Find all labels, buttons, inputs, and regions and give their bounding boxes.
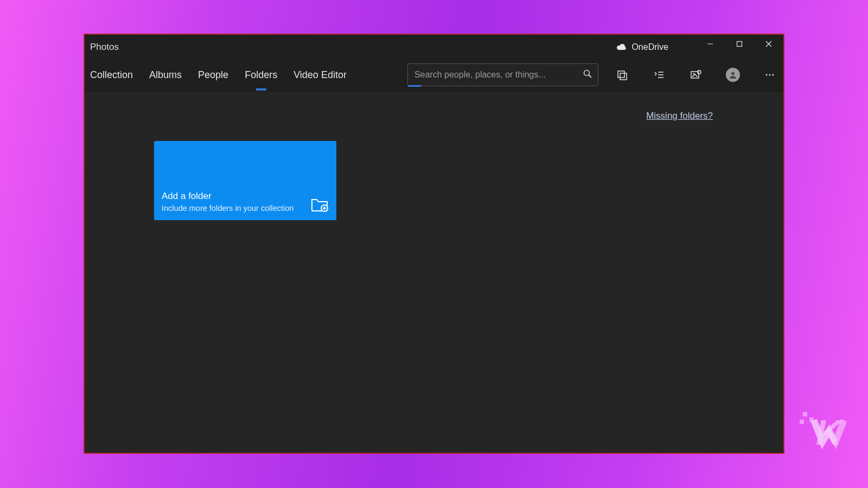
user-avatar-icon: [726, 68, 740, 82]
onedrive-label: OneDrive: [631, 42, 668, 52]
svg-point-13: [766, 74, 768, 76]
desktop-background: Photos OneDrive: [0, 0, 868, 488]
close-button[interactable]: [754, 35, 783, 53]
svg-rect-5: [620, 73, 627, 80]
svg-rect-20: [809, 418, 814, 422]
svg-rect-1: [737, 42, 742, 47]
edit-create-icon[interactable]: [688, 67, 704, 83]
svg-point-14: [769, 74, 771, 76]
add-folder-subtitle: Include more folders in your collection: [162, 204, 293, 213]
content-area: Missing folders? Add a folder Include mo…: [85, 91, 783, 453]
missing-folders-link[interactable]: Missing folders?: [646, 111, 713, 121]
window-controls: [695, 35, 783, 59]
select-icon[interactable]: [651, 67, 667, 83]
add-folder-title: Add a folder: [162, 191, 293, 202]
svg-rect-0: [707, 44, 713, 44]
tabs: Collection Albums People Folders Video E…: [85, 59, 348, 91]
search-icon: [583, 69, 592, 81]
svg-line-3: [589, 75, 591, 78]
more-icon[interactable]: [762, 67, 778, 83]
import-icon[interactable]: [614, 67, 630, 83]
svg-rect-19: [803, 412, 807, 416]
watermark-logo: K: [797, 407, 846, 455]
svg-point-2: [584, 70, 589, 76]
account-button[interactable]: [725, 67, 741, 83]
nav-right: [614, 67, 780, 83]
tab-folders[interactable]: Folders: [244, 59, 278, 91]
svg-rect-21: [800, 420, 804, 424]
tab-video-editor[interactable]: Video Editor: [292, 59, 348, 91]
titlebar-right: OneDrive: [616, 35, 783, 59]
svg-text:K: K: [816, 413, 844, 452]
add-folder-card[interactable]: Add a folder Include more folders in you…: [154, 141, 336, 220]
svg-point-12: [731, 72, 735, 75]
svg-rect-4: [618, 71, 624, 78]
cloud-icon: [616, 43, 627, 51]
svg-point-11: [698, 70, 701, 74]
app-title: Photos: [90, 42, 119, 53]
tab-people[interactable]: People: [197, 59, 229, 91]
titlebar: Photos OneDrive: [85, 35, 783, 59]
tab-collection[interactable]: Collection: [89, 59, 134, 91]
minimize-button[interactable]: [695, 35, 725, 53]
onedrive-button[interactable]: OneDrive: [616, 42, 668, 52]
nav-row: Collection Albums People Folders Video E…: [85, 59, 783, 91]
search-input[interactable]: [413, 69, 583, 80]
folder-plus-icon: [310, 196, 329, 213]
tab-albums[interactable]: Albums: [148, 59, 183, 91]
search-box[interactable]: [407, 63, 598, 86]
maximize-button[interactable]: [725, 35, 754, 53]
svg-point-15: [773, 74, 774, 76]
photos-app-window: Photos OneDrive: [84, 34, 784, 454]
